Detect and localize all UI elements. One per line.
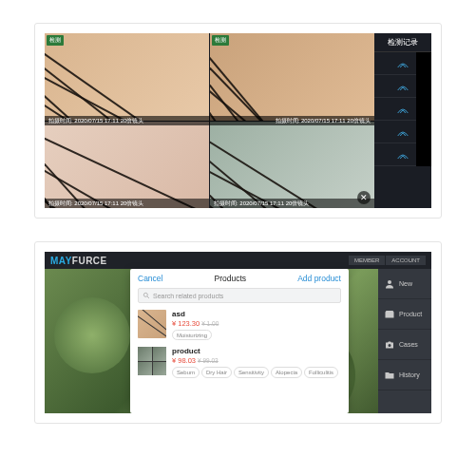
- record-item-4[interactable]: [374, 121, 431, 143]
- record-sidebar: 检测记录: [374, 33, 431, 208]
- product-info: asd ¥ 123.30¥ 1.00 Moisturizing: [172, 310, 341, 340]
- caption-bar-left: 拍摄时间: 2020/07/15 17:11 20倍镜头: [45, 199, 209, 208]
- product-name: asd: [172, 310, 341, 318]
- close-icon[interactable]: ✕: [357, 191, 371, 204]
- mid-caption-right: 拍摄时间: 2020/07/15 17:11 20倍镜头: [276, 117, 371, 125]
- svg-point-0: [143, 293, 147, 296]
- product-tags: Sebum Dry Hair Sensitivity Alopecia Foll…: [172, 367, 341, 377]
- view-tag: 检测: [212, 35, 229, 46]
- microscope-view-2[interactable]: 检测: [210, 33, 374, 121]
- brand-part-2: FURCE: [72, 256, 107, 266]
- tag[interactable]: Folliculitis: [304, 367, 338, 377]
- box-icon: [384, 309, 395, 320]
- product-thumb: [138, 347, 166, 375]
- product-tags: Moisturizing: [172, 330, 341, 340]
- nav-account[interactable]: ACCOUNT: [386, 256, 426, 265]
- add-product-button[interactable]: Add product: [297, 274, 341, 283]
- record-item-2[interactable]: [374, 75, 431, 98]
- products-app: MAYFURCE MEMBER ACCOUNT New Product Case…: [45, 252, 431, 413]
- product-item-2[interactable]: product ¥ 98.03¥ 99.03 Sebum Dry Hair Se…: [130, 340, 349, 377]
- product-price: ¥ 98.03¥ 99.03: [172, 356, 341, 365]
- record-item-1[interactable]: [374, 52, 431, 75]
- mid-caption-bar: 拍摄时间: 2020/07/15 17:11 20倍镜头 拍摄时间: 2020/…: [45, 116, 374, 125]
- sidebar-item-label: Cases: [399, 341, 418, 348]
- scalp-icon: [395, 147, 410, 162]
- analysis-viewer: 检测 检测 拍摄时间: 2020/07/15 17:11 20倍镜头 拍摄时间:…: [45, 33, 431, 208]
- microscope-view-4[interactable]: 拍摄时间: 2020/07/15 17:11 20倍镜头 ✕: [210, 122, 374, 209]
- product-name: product: [172, 347, 341, 355]
- microscope-view-3[interactable]: 拍摄时间: 2020/07/15 17:11 20倍镜头: [45, 122, 209, 209]
- search-input[interactable]: Search related products: [138, 288, 341, 303]
- product-price: ¥ 123.30¥ 1.00: [172, 319, 341, 328]
- sidebar-item-cases[interactable]: Cases: [378, 330, 431, 360]
- tag[interactable]: Moisturizing: [172, 330, 212, 340]
- user-icon: [384, 278, 395, 290]
- mid-caption-left: 拍摄时间: 2020/07/15 17:11 20倍镜头: [48, 117, 143, 125]
- scalp-icon: [395, 124, 410, 140]
- view-tag: 检测: [47, 35, 64, 46]
- record-item-5[interactable]: [374, 143, 431, 166]
- analysis-card: 检测 检测 拍摄时间: 2020/07/15 17:11 20倍镜头 拍摄时间:…: [34, 23, 442, 219]
- sidebar-item-new[interactable]: New: [378, 269, 431, 299]
- cancel-button[interactable]: Cancel: [138, 274, 162, 283]
- product-info: product ¥ 98.03¥ 99.03 Sebum Dry Hair Se…: [172, 347, 341, 377]
- brand-logo[interactable]: MAYFURCE: [50, 256, 107, 266]
- microscope-view-1[interactable]: 检测: [45, 33, 209, 121]
- scalp-icon: [395, 79, 410, 94]
- modal-header: Cancel Products Add product: [130, 269, 349, 288]
- caption-bar-right: 拍摄时间: 2020/07/15 17:11 20倍镜头: [210, 199, 374, 208]
- tag[interactable]: Sebum: [172, 367, 200, 377]
- search-placeholder: Search related products: [153, 293, 223, 299]
- tag[interactable]: Sensitivity: [234, 367, 269, 377]
- brand-part-1: MAY: [50, 256, 72, 266]
- camera-icon: [384, 339, 395, 351]
- tag[interactable]: Alopecia: [271, 367, 302, 377]
- sidebar-item-history[interactable]: History: [378, 360, 431, 390]
- sidebar-item-product[interactable]: Product: [378, 299, 431, 330]
- products-modal: Cancel Products Add product Search relat…: [130, 269, 349, 413]
- sidebar-item-label: History: [399, 371, 420, 378]
- right-sidebar: New Product Cases History: [378, 269, 431, 413]
- modal-title: Products: [215, 274, 247, 283]
- topbar: MAYFURCE MEMBER ACCOUNT: [45, 252, 431, 269]
- folder-icon: [384, 370, 395, 381]
- top-right-nav: MEMBER ACCOUNT: [349, 256, 426, 265]
- products-card: MAYFURCE MEMBER ACCOUNT New Product Case…: [34, 241, 442, 424]
- microscope-grid: 检测 检测 拍摄时间: 2020/07/15 17:11 20倍镜头 拍摄时间:…: [45, 33, 374, 208]
- svg-line-1: [147, 296, 149, 298]
- scalp-icon: [395, 102, 410, 117]
- record-sidebar-title: 检测记录: [374, 33, 431, 52]
- search-icon: [143, 292, 150, 299]
- nav-member[interactable]: MEMBER: [349, 256, 385, 265]
- tag[interactable]: Dry Hair: [201, 367, 232, 377]
- product-thumb: [138, 310, 166, 338]
- record-item-3[interactable]: [374, 98, 431, 121]
- product-item-1[interactable]: asd ¥ 123.30¥ 1.00 Moisturizing: [130, 303, 349, 340]
- sidebar-item-label: Product: [399, 311, 422, 317]
- sidebar-item-label: New: [399, 280, 412, 287]
- scalp-icon: [395, 56, 410, 71]
